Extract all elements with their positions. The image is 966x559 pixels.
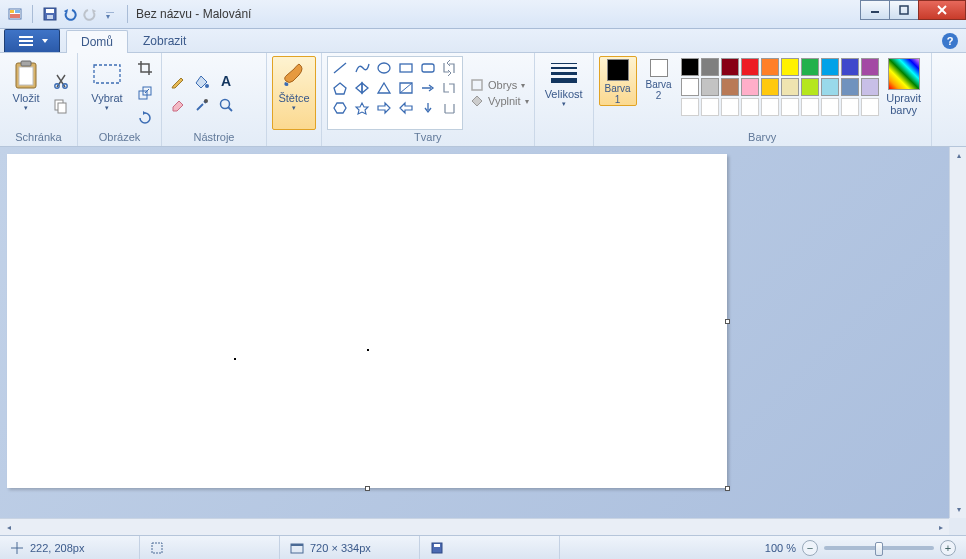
- svg-rect-16: [21, 61, 31, 66]
- palette-swatch[interactable]: [861, 78, 879, 96]
- close-button[interactable]: [918, 0, 966, 20]
- clipboard-icon: [10, 59, 42, 91]
- rainbow-icon: [888, 58, 920, 90]
- zoom-label: 100 %: [765, 542, 796, 554]
- svg-rect-31: [400, 64, 412, 72]
- palette-swatch-empty[interactable]: [841, 98, 859, 116]
- tab-view[interactable]: Zobrazit: [128, 29, 201, 52]
- svg-marker-41: [378, 103, 390, 113]
- scroll-up-icon[interactable]: ▴: [950, 147, 966, 164]
- zoom-in-button[interactable]: +: [940, 540, 956, 556]
- palette-swatch[interactable]: [781, 58, 799, 76]
- select-button[interactable]: Vybrat ▾: [83, 56, 131, 130]
- palette-swatch-empty[interactable]: [801, 98, 819, 116]
- palette-swatch[interactable]: [681, 58, 699, 76]
- paste-button[interactable]: Vložit ▾: [5, 56, 47, 130]
- palette-swatch[interactable]: [761, 58, 779, 76]
- palette-swatch-empty[interactable]: [741, 98, 759, 116]
- horizontal-scrollbar[interactable]: ◂ ▸: [0, 518, 949, 535]
- zoom-slider-thumb[interactable]: [875, 542, 883, 556]
- palette-swatch[interactable]: [741, 78, 759, 96]
- shape-fill-button[interactable]: Vyplnit ▾: [470, 94, 529, 108]
- group-image: Vybrat ▾ Obrázek: [78, 53, 162, 146]
- palette-swatch-empty[interactable]: [861, 98, 879, 116]
- shape-gallery[interactable]: [327, 56, 463, 130]
- group-tools: A Nástroje: [162, 53, 267, 146]
- palette-swatch[interactable]: [821, 58, 839, 76]
- zoom-slider[interactable]: [824, 546, 934, 550]
- palette-swatch[interactable]: [721, 58, 739, 76]
- crop-button[interactable]: [134, 57, 156, 79]
- svg-line-28: [228, 107, 232, 111]
- svg-rect-32: [422, 64, 434, 72]
- palette-swatch-empty[interactable]: [701, 98, 719, 116]
- color1-button[interactable]: Barva 1: [599, 56, 637, 106]
- palette-swatch-empty[interactable]: [821, 98, 839, 116]
- edit-colors-button[interactable]: Upravit barvy: [882, 56, 926, 116]
- svg-rect-5: [46, 9, 54, 13]
- eraser-tool[interactable]: [167, 94, 189, 116]
- fill-tool[interactable]: [191, 70, 213, 92]
- title-bar: —▾ Bez názvu - Malování: [0, 0, 966, 29]
- ribbon: Vložit ▾ Schránka Vybrat ▾ Obrázek: [0, 53, 966, 147]
- palette-swatch[interactable]: [801, 78, 819, 96]
- resize-handle-south[interactable]: [365, 486, 370, 491]
- maximize-button[interactable]: [889, 0, 919, 20]
- scroll-right-icon[interactable]: ▸: [932, 519, 949, 535]
- palette-swatch[interactable]: [801, 58, 819, 76]
- text-tool[interactable]: A: [215, 70, 237, 92]
- color2-swatch: [650, 59, 668, 77]
- pencil-tool[interactable]: [167, 70, 189, 92]
- status-bar: 222, 208px 720 × 334px 100 % − +: [0, 535, 966, 559]
- canvas[interactable]: [7, 154, 727, 488]
- palette-swatch[interactable]: [761, 78, 779, 96]
- svg-marker-39: [334, 103, 346, 113]
- palette-swatch[interactable]: [781, 78, 799, 96]
- palette-swatch-empty[interactable]: [681, 98, 699, 116]
- scroll-down-icon[interactable]: ▾: [950, 501, 966, 518]
- size-button[interactable]: Velikost ▾: [540, 56, 588, 130]
- qat-customize-icon[interactable]: —▾: [101, 5, 119, 23]
- palette-swatch-empty[interactable]: [721, 98, 739, 116]
- palette-swatch[interactable]: [701, 58, 719, 76]
- rotate-button[interactable]: [134, 107, 156, 129]
- palette-swatch[interactable]: [841, 58, 859, 76]
- cut-button[interactable]: [50, 70, 72, 92]
- palette-swatch[interactable]: [721, 78, 739, 96]
- palette-swatch[interactable]: [841, 78, 859, 96]
- zoom-out-button[interactable]: −: [802, 540, 818, 556]
- vertical-scrollbar[interactable]: ▴ ▾: [949, 147, 966, 518]
- qat-save-icon[interactable]: [41, 5, 59, 23]
- group-clipboard: Vložit ▾ Schránka: [0, 53, 78, 146]
- help-button[interactable]: ?: [942, 33, 958, 49]
- color-picker-tool[interactable]: [191, 94, 213, 116]
- qat-undo-icon[interactable]: [61, 5, 79, 23]
- tab-row: Domů Zobrazit ?: [0, 29, 966, 53]
- scroll-left-icon[interactable]: ◂: [0, 519, 17, 535]
- resize-button[interactable]: [134, 82, 156, 104]
- minimize-button[interactable]: [860, 0, 890, 20]
- copy-button[interactable]: [50, 95, 72, 117]
- group-shapes: Obrys ▾ Vyplnit ▾ Tvary: [322, 53, 535, 146]
- svg-marker-42: [400, 103, 412, 113]
- svg-marker-36: [378, 83, 390, 93]
- shape-outline-button[interactable]: Obrys ▾: [470, 78, 529, 92]
- select-rect-icon: [91, 59, 123, 91]
- palette-swatch-empty[interactable]: [781, 98, 799, 116]
- resize-handle-southeast[interactable]: [725, 486, 730, 491]
- magnifier-tool[interactable]: [215, 94, 237, 116]
- palette-swatch[interactable]: [681, 78, 699, 96]
- svg-rect-2: [15, 10, 20, 13]
- palette-swatch[interactable]: [741, 58, 759, 76]
- palette-swatch[interactable]: [821, 78, 839, 96]
- scroll-corner: [949, 518, 966, 535]
- palette-swatch-empty[interactable]: [761, 98, 779, 116]
- palette-swatch[interactable]: [701, 78, 719, 96]
- brushes-button[interactable]: Štětce ▾: [272, 56, 316, 130]
- color2-button[interactable]: Barva 2: [640, 56, 678, 106]
- tab-home[interactable]: Domů: [66, 30, 128, 53]
- palette-swatch[interactable]: [861, 58, 879, 76]
- qat-redo-icon[interactable]: [81, 5, 99, 23]
- resize-handle-east[interactable]: [725, 319, 730, 324]
- file-menu-button[interactable]: [4, 29, 60, 52]
